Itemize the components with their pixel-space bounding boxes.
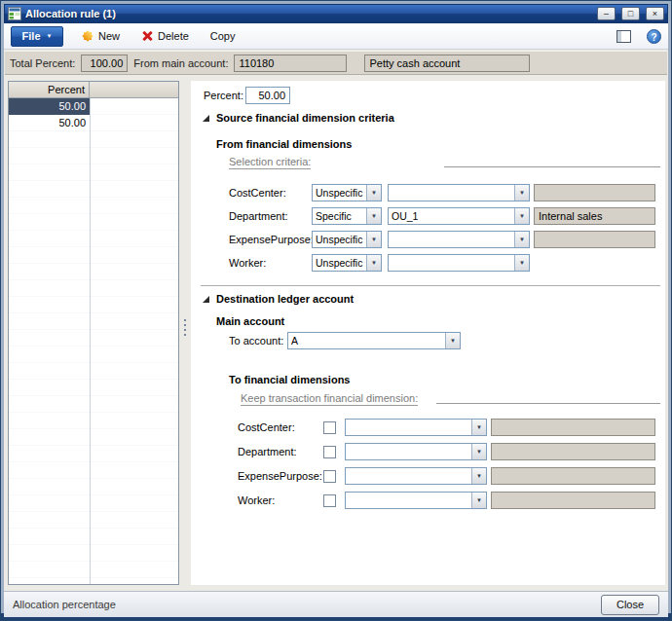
destination-dimension-row: Department: ▼: [191, 443, 665, 461]
expensepurpose-to-display-field: [491, 467, 655, 485]
file-menu-button[interactable]: File ▼: [11, 26, 63, 47]
dimension-label: Worker:: [238, 492, 275, 509]
expensepurpose-to-value-select[interactable]: ▼: [345, 467, 487, 485]
chevron-down-icon[interactable]: ▼: [471, 468, 486, 484]
from-main-account-label: From main account:: [133, 57, 228, 69]
new-button[interactable]: New: [79, 28, 123, 44]
combo-value: [389, 185, 514, 201]
source-section-title: Source financial dimension criteria: [216, 112, 394, 124]
total-percent-field: 100.00: [81, 55, 128, 72]
collapse-icon: [203, 296, 209, 303]
expensepurpose-mode-select[interactable]: Unspecific ▼: [312, 231, 382, 248]
costcenter-mode-select[interactable]: Unspecific ▼: [312, 184, 382, 201]
delete-x-icon: [141, 30, 153, 42]
destination-dimension-row: ExpensePurpose: ▼: [191, 467, 665, 486]
window-title: Allocation rule (1): [25, 8, 591, 19]
body: Percent 50.00 50.00 P: [4, 75, 668, 591]
window-layout-icon[interactable]: [616, 30, 631, 43]
main-account-name-field: Petty cash account: [364, 55, 530, 72]
app-icon: [8, 7, 21, 20]
copy-button-label: Copy: [210, 30, 236, 42]
percent-grid: Percent 50.00 50.00: [8, 81, 179, 585]
expensepurpose-display-field: [534, 231, 655, 248]
percent-column-header[interactable]: Percent: [9, 82, 90, 97]
dimension-label: Department:: [229, 207, 288, 225]
chevron-down-icon[interactable]: ▼: [366, 255, 381, 271]
chevron-down-icon[interactable]: ▼: [366, 185, 381, 201]
percent-input[interactable]: 50.00: [245, 87, 290, 104]
worker-value-select[interactable]: ▼: [388, 254, 530, 272]
keep-transaction-dimension-input[interactable]: [436, 403, 660, 404]
to-account-select[interactable]: A ▼: [287, 332, 461, 349]
worker-to-display-field: [491, 492, 655, 509]
maximize-button[interactable]: □: [621, 7, 640, 20]
delete-button[interactable]: Delete: [138, 28, 192, 44]
chevron-down-icon[interactable]: ▼: [366, 208, 381, 224]
chevron-down-icon[interactable]: ▼: [514, 185, 529, 201]
worker-to-value-select[interactable]: ▼: [345, 492, 487, 509]
grid-panel-splitter[interactable]: [182, 81, 189, 585]
status-text: Allocation percentage: [13, 599, 116, 610]
help-icon[interactable]: ?: [647, 29, 661, 44]
costcenter-to-display-field: [491, 419, 655, 436]
file-menu-label: File: [22, 30, 41, 42]
percent-cell[interactable]: 50.00: [9, 98, 90, 115]
allocation-rule-window: Allocation rule (1) – □ × File ▼ New Del…: [0, 0, 672, 621]
destination-section-header[interactable]: Destination ledger account: [203, 293, 354, 305]
toolbar: File ▼ New Delete Copy ?: [4, 23, 668, 50]
chevron-down-icon[interactable]: ▼: [514, 208, 529, 224]
header-strip: Total Percent: 100.00 From main account:…: [5, 51, 667, 75]
combo-value: [389, 232, 514, 247]
from-dimensions-label: From financial dimensions: [216, 135, 352, 153]
worker-checkbox[interactable]: [323, 494, 336, 507]
total-percent-label: Total Percent:: [10, 57, 75, 69]
close-window-button[interactable]: ×: [646, 7, 664, 20]
source-section-header[interactable]: Source financial dimension criteria: [203, 112, 394, 124]
percent-cell[interactable]: 50.00: [9, 115, 90, 131]
combo-value: [346, 468, 471, 484]
chevron-down-icon[interactable]: ▼: [366, 232, 381, 247]
chevron-down-icon: ▼: [47, 33, 53, 39]
chevron-down-icon[interactable]: ▼: [471, 493, 486, 508]
combo-value: [346, 420, 471, 435]
combo-value: Unspecific: [313, 232, 366, 247]
collapse-icon: [203, 115, 209, 122]
combo-value: Unspecific: [313, 185, 366, 201]
destination-dimension-row: CostCenter: ▼: [191, 419, 665, 437]
new-star-icon: [82, 30, 93, 42]
table-row[interactable]: 50.00: [9, 98, 178, 115]
new-button-label: New: [98, 30, 120, 42]
costcenter-to-value-select[interactable]: ▼: [345, 419, 487, 436]
chevron-down-icon[interactable]: ▼: [471, 444, 486, 459]
chevron-down-icon[interactable]: ▼: [445, 333, 460, 348]
costcenter-checkbox[interactable]: [323, 421, 336, 434]
costcenter-value-select[interactable]: ▼: [388, 184, 530, 201]
detail-panel: Percent: 50.00 Source financial dimensio…: [191, 81, 665, 585]
dimension-label: ExpensePurpose:: [229, 231, 314, 248]
department-checkbox[interactable]: [323, 446, 336, 458]
dimension-label: CostCenter:: [238, 419, 295, 436]
keep-transaction-dimension-label: Keep transaction financial dimension:: [241, 392, 418, 406]
splitter-grip-icon: [184, 319, 186, 321]
table-row[interactable]: 50.00: [9, 115, 178, 131]
section-divider: [201, 285, 660, 286]
selection-criteria-input[interactable]: [444, 166, 660, 167]
expensepurpose-checkbox[interactable]: [323, 470, 336, 483]
department-to-value-select[interactable]: ▼: [345, 443, 487, 460]
to-account-label: To account:: [229, 332, 283, 349]
copy-button[interactable]: Copy: [207, 28, 239, 44]
department-mode-select[interactable]: Specific ▼: [312, 207, 382, 225]
title-bar: Allocation rule (1) – □ ×: [4, 4, 668, 23]
chevron-down-icon[interactable]: ▼: [514, 255, 529, 271]
chevron-down-icon[interactable]: ▼: [471, 420, 486, 435]
worker-mode-select[interactable]: Unspecific ▼: [312, 254, 382, 272]
chevron-down-icon[interactable]: ▼: [514, 232, 529, 247]
minimize-button[interactable]: –: [597, 7, 616, 20]
grid-header-row: Percent: [9, 82, 178, 98]
main-account-label: Main account: [216, 312, 284, 330]
close-button[interactable]: Close: [601, 595, 659, 615]
dimension-label: ExpensePurpose:: [238, 467, 322, 485]
department-value-select[interactable]: OU_1 ▼: [388, 207, 530, 225]
from-main-account-field: 110180: [234, 55, 347, 72]
expensepurpose-value-select[interactable]: ▼: [388, 231, 530, 248]
